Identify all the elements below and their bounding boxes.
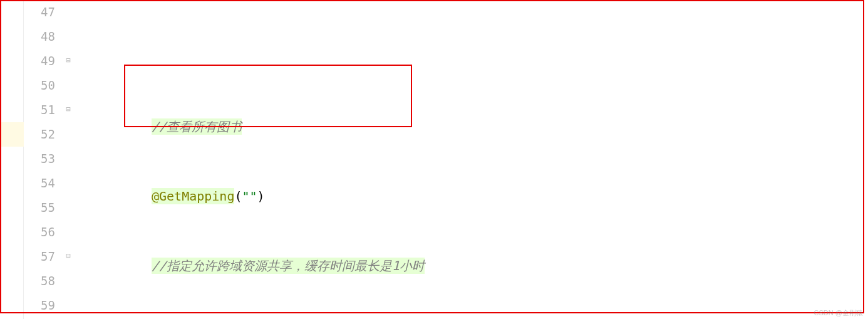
fold-gutter[interactable]: ⊟ ⊟ ⊟ [61,0,76,319]
line-number: 59 [24,293,55,318]
annotation: @GetMapping [152,188,234,204]
current-line-highlight [0,122,24,147]
code-line[interactable]: //指定允许跨域资源共享，缓存时间最长是1小时 [89,254,868,278]
fold-toggle-icon[interactable]: ⊟ [64,56,73,65]
code-line[interactable] [89,45,868,70]
fold-toggle-icon[interactable]: ⊟ [64,105,73,114]
line-number: 58 [24,269,55,293]
comment: //指定允许跨域资源共享，缓存时间最长是1小时 [152,258,425,274]
fold-toggle-icon[interactable]: ⊟ [64,252,73,261]
line-number: 53 [24,147,55,171]
line-number: 50 [24,73,55,98]
line-number: 49 [24,49,55,73]
watermark-text: CSDN @金刚猿 [814,308,863,318]
line-number: 55 [24,196,55,220]
line-number: 51 [24,98,55,122]
line-number: 48 [24,24,55,49]
line-number-gutter: 47 48 49 50 51 52 53 54 55 56 57 58 59 [24,0,61,319]
code-line[interactable]: @GetMapping("") [89,184,868,209]
line-number: 56 [24,220,55,244]
comment: //查看所有图书 [152,118,242,135]
code-line[interactable]: //查看所有图书 [89,115,868,139]
line-number: 54 [24,171,55,196]
code-text-area[interactable]: //查看所有图书 @GetMapping("") //指定允许跨域资源共享，缓存… [76,0,868,319]
breakpoint-gutter[interactable] [0,0,24,319]
line-number: 57 [24,244,55,269]
line-number: 47 [24,0,55,24]
line-number: 52 [24,122,55,147]
code-editor[interactable]: 47 48 49 50 51 52 53 54 55 56 57 58 59 ⊟… [0,0,868,319]
